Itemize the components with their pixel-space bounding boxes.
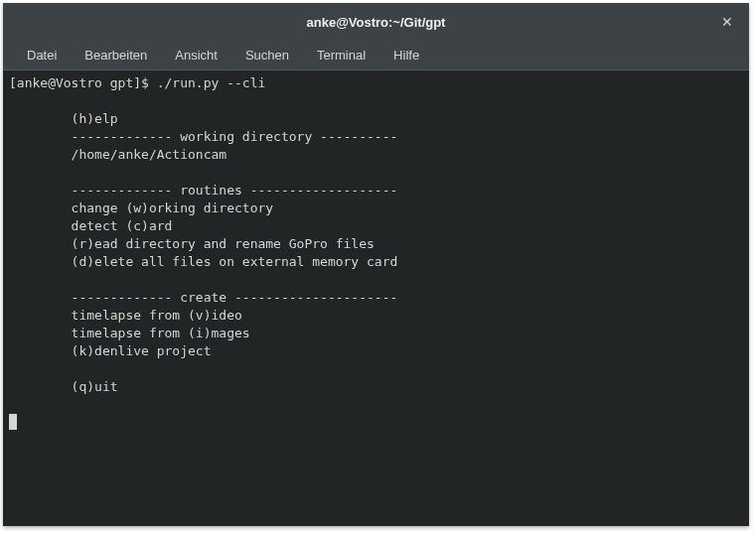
terminal-output-line: (h)elp: [9, 111, 118, 126]
terminal-output-line: ------------- routines -----------------…: [9, 183, 397, 198]
terminal-output-line: change (w)orking directory: [9, 200, 273, 215]
terminal-output-line: /home/anke/Actioncam: [9, 147, 227, 162]
terminal-prompt: [anke@Vostro gpt]$: [9, 75, 157, 90]
terminal-output-line: (r)ead directory and rename GoPro files: [9, 236, 375, 251]
menu-terminal[interactable]: Terminal: [303, 43, 379, 67]
menu-search[interactable]: Suchen: [231, 43, 303, 67]
menu-edit[interactable]: Bearbeiten: [71, 43, 161, 67]
terminal-output-line: ------------- create -------------------…: [9, 290, 397, 305]
terminal-output-line: (k)denlive project: [9, 343, 212, 358]
terminal-window: anke@Vostro:~/Git/gpt ✕ Datei Bearbeiten…: [3, 3, 749, 526]
close-icon[interactable]: ✕: [717, 12, 737, 32]
terminal-output-line: (d)elete all files on external memory ca…: [9, 254, 397, 269]
terminal-output-line: ------------- working directory --------…: [9, 129, 397, 144]
terminal-cursor: [9, 414, 17, 430]
terminal-command: ./run.py --cli: [157, 75, 266, 90]
menubar: Datei Bearbeiten Ansicht Suchen Terminal…: [3, 41, 749, 70]
menu-help[interactable]: Hilfe: [379, 43, 433, 67]
terminal-body[interactable]: [anke@Vostro gpt]$ ./run.py --cli (h)elp…: [3, 70, 749, 526]
menu-file[interactable]: Datei: [13, 43, 71, 67]
menu-view[interactable]: Ansicht: [161, 43, 231, 67]
terminal-output-line: detect (c)ard: [9, 218, 172, 233]
terminal-output-line: timelapse from (v)ideo: [9, 308, 242, 323]
terminal-output-line: (q)uit: [9, 379, 118, 394]
terminal-output-line: timelapse from (i)mages: [9, 326, 250, 340]
titlebar: anke@Vostro:~/Git/gpt ✕: [3, 3, 749, 41]
window-title: anke@Vostro:~/Git/gpt: [307, 15, 446, 30]
